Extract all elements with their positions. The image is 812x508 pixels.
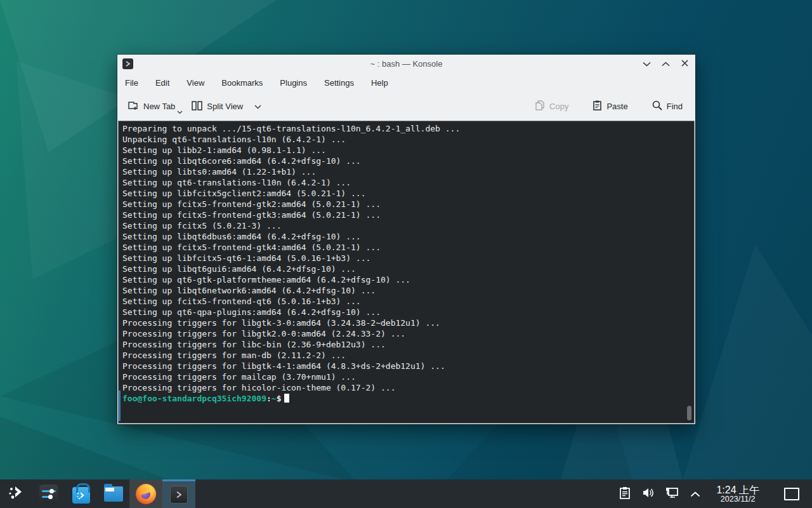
konsole-task-button[interactable] — [162, 479, 195, 508]
terminal-line: Processing triggers for libgtk-3-0:amd64… — [122, 318, 690, 328]
close-button[interactable] — [679, 58, 690, 70]
firefox-task-button[interactable] — [129, 479, 162, 508]
menu-item-view[interactable]: View — [187, 78, 204, 88]
system-settings-button[interactable] — [32, 479, 65, 508]
clipboard-icon — [619, 486, 631, 502]
terminal-line: Setting up libts0:amd64 (1.22-1+b1) ... — [122, 166, 690, 177]
terminal-line: Setting up fcitx5-frontend-gtk2:amd64 (5… — [122, 199, 690, 210]
prompt-separator: : — [266, 394, 272, 403]
chevron-down-icon — [177, 107, 183, 116]
terminal-line: Processing triggers for libgtk2.0-0:amd6… — [122, 328, 690, 339]
terminal-line: Unpacking qt6-translations-l10n (6.4.2-1… — [122, 134, 690, 145]
desktop: ~ : bash — Konsole — [0, 0, 812, 508]
new-output-indicator — [119, 391, 121, 421]
chevron-up-icon — [690, 488, 700, 500]
clipboard-tray-button[interactable] — [619, 488, 631, 500]
menu-item-file[interactable]: File — [125, 78, 138, 88]
network-tray-button[interactable] — [665, 488, 678, 500]
prompt-user-host: foo@foo-standardpcq35ich92009 — [122, 394, 266, 403]
menu-item-help[interactable]: Help — [371, 78, 388, 88]
chevron-up-icon — [662, 59, 670, 69]
close-icon — [681, 59, 688, 69]
kde-launcher-icon — [8, 484, 25, 504]
split-view-label: Split View — [207, 102, 243, 111]
minimize-button[interactable] — [641, 58, 652, 70]
digital-clock[interactable]: 1:24 上午 2023/11/2 — [716, 485, 759, 504]
wired-network-icon — [665, 486, 679, 502]
discover-icon — [72, 487, 90, 504]
volume-tray-button[interactable] — [642, 488, 655, 500]
terminal-line: Processing triggers for mailcap (3.70+nm… — [122, 371, 690, 382]
konsole-window: ~ : bash — Konsole — [117, 55, 695, 424]
discover-button[interactable] — [65, 479, 97, 508]
terminal-line: Setting up qt6-qpa-plugins:amd64 (6.4.2+… — [122, 307, 690, 318]
terminal-line: Processing triggers for hicolor-icon-the… — [122, 382, 690, 393]
speaker-icon — [642, 486, 655, 502]
terminal-line: Setting up qt6-translations-l10n (6.4.2-… — [122, 177, 690, 188]
show-desktop-button[interactable] — [784, 488, 799, 500]
terminal-line: Processing triggers for man-db (2.11.2-2… — [122, 350, 690, 361]
menu-item-settings[interactable]: Settings — [324, 78, 354, 88]
new-tab-icon — [128, 100, 139, 112]
firefox-icon — [136, 484, 156, 504]
paste-button[interactable]: Paste — [589, 98, 631, 115]
terminal-line: Setting up libqt6network6:amd64 (6.4.2+d… — [122, 285, 690, 296]
terminal-line: Setting up libb2-1:amd64 (0.98.1-1.1) ..… — [122, 145, 690, 156]
prompt-symbol: $ — [277, 394, 282, 403]
split-view-icon — [192, 101, 202, 112]
find-label: Find — [667, 102, 683, 111]
window-title: ~ : bash — Konsole — [117, 59, 695, 69]
system-settings-icon — [39, 485, 58, 504]
menu-item-plugins[interactable]: Plugins — [280, 78, 307, 88]
menubar: FileEditViewBookmarksPluginsSettingsHelp — [117, 73, 695, 92]
scrollbar-thumb[interactable] — [687, 406, 691, 420]
prompt-line: foo@foo-standardpcq35ich92009:~$ — [119, 393, 694, 404]
terminal-line: Setting up libqt6dbus6:amd64 (6.4.2+dfsg… — [122, 231, 690, 242]
taskbar: 1:24 上午 2023/11/2 — [0, 479, 812, 508]
toolbar: New Tab Split View — [117, 92, 695, 121]
folder-icon — [104, 486, 123, 502]
terminal-line: Setting up libfcitx5gclient2:amd64 (5.0.… — [122, 188, 690, 199]
new-tab-label: New Tab — [143, 102, 175, 111]
prompt-path: ~ — [272, 394, 277, 403]
paste-label: Paste — [606, 102, 627, 111]
tray-expander-button[interactable] — [689, 488, 702, 500]
titlebar[interactable]: ~ : bash — Konsole — [117, 55, 695, 73]
terminal-line: Setting up fcitx5-frontend-gtk3:amd64 (5… — [122, 210, 690, 220]
terminal-line: Setting up libfcitx5-qt6-1:amd64 (5.0.16… — [122, 253, 690, 264]
chevron-down-icon — [643, 59, 651, 69]
search-icon — [652, 100, 662, 112]
copy-label: Copy — [549, 102, 568, 111]
terminal-line: Setting up libqt6gui6:amd64 (6.4.2+dfsg-… — [122, 264, 690, 274]
split-view-button[interactable]: Split View — [188, 98, 265, 115]
maximize-button[interactable] — [660, 58, 671, 70]
terminal-line: Setting up fcitx5 (5.0.21-3) ... — [122, 220, 690, 231]
terminal-line: Setting up qt6-gtk-platformtheme:amd64 (… — [122, 274, 690, 285]
clock-time: 1:24 上午 — [716, 485, 759, 495]
menu-item-edit[interactable]: Edit — [155, 78, 169, 88]
app-launcher-button[interactable] — [0, 479, 32, 508]
copy-icon — [535, 100, 545, 112]
paste-icon — [593, 100, 602, 112]
konsole-icon — [170, 486, 188, 504]
copy-button[interactable]: Copy — [532, 98, 572, 115]
menu-item-bookmarks[interactable]: Bookmarks — [221, 78, 263, 88]
terminal-line: Setting up fcitx5-frontend-gtk4:amd64 (5… — [122, 242, 690, 253]
terminal-cursor — [284, 394, 289, 403]
system-tray: 1:24 上午 2023/11/2 — [619, 485, 812, 504]
terminal-line: Processing triggers for libgtk-4-1:amd64… — [122, 361, 690, 371]
terminal-line: Setting up fcitx5-frontend-qt6 (5.0.16-1… — [122, 296, 690, 307]
terminal-view[interactable]: Preparing to unpack .../15-qt6-translati… — [118, 121, 695, 424]
clock-date: 2023/11/2 — [716, 495, 759, 504]
terminal-output: Preparing to unpack .../15-qt6-translati… — [119, 121, 694, 393]
terminal-line: Setting up libqt6core6:amd64 (6.4.2+dfsg… — [122, 156, 690, 166]
find-button[interactable]: Find — [648, 98, 686, 115]
terminal-line: Processing triggers for libc-bin (2.36-9… — [122, 339, 690, 350]
chevron-down-icon — [254, 102, 261, 111]
terminal-line: Preparing to unpack .../15-qt6-translati… — [122, 123, 690, 134]
file-manager-button[interactable] — [97, 479, 129, 508]
new-tab-button[interactable]: New Tab — [124, 98, 179, 115]
